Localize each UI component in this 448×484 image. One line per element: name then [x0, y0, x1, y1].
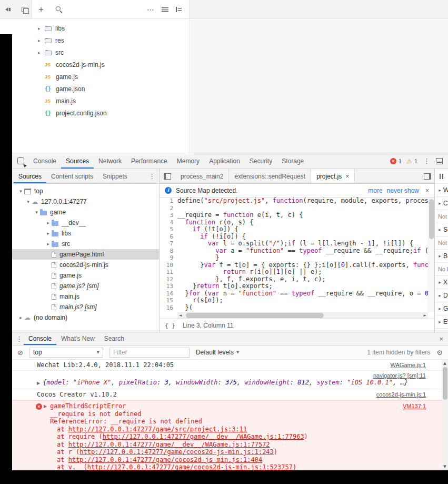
sources-tree-item-dev[interactable]: ▸__dev__	[12, 218, 159, 228]
more-options-icon[interactable]: ⋯	[147, 5, 154, 14]
error-badge-icon[interactable]: ×	[390, 158, 396, 164]
editor-vertical-scrollbar[interactable]	[428, 197, 434, 312]
sources-tree-item-top[interactable]: ▾top	[12, 186, 159, 196]
code-line-12[interactable]: 12 }, f, f.exports, e, i, t, c);	[160, 276, 434, 283]
editor-tab-extensions-sendrequest[interactable]: extensions::sendRequest	[229, 169, 311, 183]
project-file-res[interactable]: ▸res	[12, 34, 189, 46]
code-line-2[interactable]: 2	[160, 205, 434, 212]
toggle-navigator-icon[interactable]	[164, 173, 171, 180]
sources-tree-item-main-js-sm[interactable]: main.js? [sm]	[12, 302, 159, 312]
scroll-right-icon[interactable]: ►	[424, 313, 426, 318]
source-link[interactable]: cocos2d-js-min.js:1	[376, 391, 426, 398]
pause-button[interactable]	[435, 169, 448, 184]
stack-trace-link[interactable]: http://127.0.0.1:47277/game/cocos2d-js-m…	[87, 463, 293, 470]
toggle-debugger-icon[interactable]	[424, 173, 431, 180]
debugger-section-breakpoints[interactable]: ▸Breakpoints	[435, 250, 448, 263]
debugger-section-event-listener-breakpoints[interactable]: ▸Event Listener Breakpoints	[435, 315, 448, 329]
tab-storage[interactable]: Storage	[277, 153, 308, 169]
project-file-main-js[interactable]: JSmain.js	[12, 95, 189, 107]
file-list-icon[interactable]	[162, 7, 168, 12]
project-file-game-js[interactable]: JSgame.js	[12, 71, 189, 83]
project-file-game-json[interactable]: {}game.json	[12, 83, 189, 95]
drawer-menu-icon[interactable]: ⋮	[15, 335, 24, 343]
sidebar-tab-snippets[interactable]: Snippets	[98, 169, 132, 183]
warning-badge-icon[interactable]: ⚠	[406, 157, 412, 165]
scrollbar-thumb[interactable]	[429, 199, 434, 239]
sources-tree-item-game[interactable]: ▾game	[12, 207, 159, 218]
expand-arrow-icon[interactable]: ▸	[45, 220, 52, 225]
expand-arrow-icon[interactable]: ▶	[37, 381, 40, 386]
expand-arrow-icon[interactable]: ▸	[45, 241, 52, 246]
split-editor-icon[interactable]	[176, 7, 182, 12]
project-file-cocos2d-js-min-js[interactable]: JScocos2d-js-min.js	[12, 58, 189, 71]
scrollbar-thumb[interactable]	[186, 313, 324, 318]
tab-memory[interactable]: Memory	[172, 153, 204, 169]
sources-tree-item-main-js[interactable]: main.js	[12, 291, 159, 302]
expand-arrow-icon[interactable]: ▶	[44, 403, 47, 410]
code-line-6[interactable]: 6 if (!i[o]) {	[160, 233, 434, 241]
code-line-9[interactable]: 9 }	[160, 254, 434, 262]
code-line-11[interactable]: 11 return r(i[o][1][e] || e);	[160, 269, 434, 276]
scroll-down-icon[interactable]: ▼	[442, 463, 448, 470]
tab-sources[interactable]: Sources	[61, 153, 94, 169]
expand-arrow-icon[interactable]: ▸	[436, 319, 443, 324]
sidebar-menu-icon[interactable]: ⋮	[147, 172, 156, 180]
project-file-libs[interactable]: ▸libs	[12, 22, 189, 34]
infobar-more-link[interactable]: more	[368, 187, 382, 194]
debugger-section-call-stack[interactable]: ▸Call Stack	[435, 197, 448, 210]
code-line-1[interactable]: 1define("src/project.js", function(requi…	[160, 197, 434, 205]
source-link[interactable]: WAGame.js:1	[391, 361, 426, 369]
expand-arrow-icon[interactable]: ▾	[17, 189, 24, 194]
sources-tree-item-game-js[interactable]: game.js	[12, 270, 159, 281]
code-line-13[interactable]: 13 }return t[o].exports;	[160, 283, 434, 290]
sources-tree-item-libs[interactable]: ▸libs	[12, 228, 159, 239]
dock-side-icon[interactable]	[436, 158, 443, 164]
stack-trace-link[interactable]: http://127.0.0.1:47277/game/__dev__/WAGa…	[68, 441, 270, 448]
log-levels-dropdown[interactable]: Default levels ▼	[196, 349, 239, 356]
expand-arrow-icon[interactable]: ▸	[436, 227, 443, 232]
expand-arrow-icon[interactable]: ▸	[436, 293, 443, 298]
scroll-left-icon[interactable]: ◄	[179, 313, 182, 318]
sources-tree-item-cocos2d-js-min-js[interactable]: cocos2d-js-min.js	[12, 260, 159, 270]
tab-application[interactable]: Application	[204, 153, 245, 169]
drawer-tab-what-s-new[interactable]: What's New	[56, 332, 99, 345]
expand-arrow-icon[interactable]: ▸	[436, 306, 443, 311]
expand-arrow-icon[interactable]: ▸	[38, 38, 45, 43]
drawer-tab-console[interactable]: Console	[24, 332, 56, 345]
scroll-up-icon[interactable]: ▲	[442, 360, 448, 367]
code-viewport[interactable]: 1define("src/project.js", function(requi…	[160, 197, 434, 319]
tab-performance[interactable]: Performance	[126, 153, 172, 169]
infobar-close-icon[interactable]: ×	[425, 187, 429, 194]
code-line-15[interactable]: 15 r(s[o]);	[160, 297, 434, 304]
expand-arrow-icon[interactable]: ▸	[38, 26, 45, 31]
editor-tab-project-js[interactable]: project.js×	[311, 169, 355, 183]
debugger-section-scope[interactable]: ▸Scope	[435, 223, 448, 236]
project-file-project-config-json[interactable]: {}project.config.json	[12, 107, 189, 119]
devtools-menu-icon[interactable]: ⋮	[422, 157, 431, 165]
expand-arrow-icon[interactable]: ▸	[436, 253, 443, 259]
sidebar-tab-sources[interactable]: Sources	[14, 169, 46, 183]
source-link[interactable]: navigator.js? [sm]:11	[373, 372, 426, 379]
expand-arrow-icon[interactable]: ▸	[17, 315, 24, 320]
code-line-10[interactable]: 10 }var f = t[o] = { exports: {} };i[o][…	[160, 262, 434, 269]
console-log-area[interactable]: WAGame.js:1Wechat Lib:2.4.0, 2018.11.1 2…	[12, 360, 448, 470]
search-icon[interactable]	[55, 6, 63, 13]
debugger-section-xhr-fetch-breakpoints[interactable]: ▸XHR/fetch Breakpoints	[435, 276, 448, 289]
pretty-print-icon[interactable]: { }	[165, 322, 175, 329]
expand-arrow-icon[interactable]: ▸	[45, 231, 52, 236]
code-line-14[interactable]: 14 }for (var n = "function" == typeof __…	[160, 290, 434, 298]
editor-horizontal-scrollbar[interactable]: ◄ ►	[177, 312, 428, 319]
code-line-4[interactable]: 4 function r(o, s) {	[160, 219, 434, 226]
code-line-3[interactable]: 3__require = function e(i, t, c) {	[160, 212, 434, 219]
add-file-icon[interactable]: +	[38, 5, 44, 14]
scrollbar-thumb[interactable]	[443, 367, 447, 400]
code-line-7[interactable]: 7 var l = o.split("/");if (l = l[l.lengt…	[160, 240, 434, 248]
separate-window-icon[interactable]	[22, 7, 27, 12]
sources-tree-item-src[interactable]: ▸src	[12, 239, 159, 249]
project-file-src[interactable]: ▸src	[12, 46, 189, 58]
tab-console[interactable]: Console	[28, 153, 61, 169]
context-selector[interactable]: top ▼	[29, 348, 103, 358]
code-line-5[interactable]: 5 if (!t[o]) {	[160, 226, 434, 233]
expand-arrow-icon[interactable]: ▸	[38, 50, 45, 55]
inspect-element-icon[interactable]	[17, 157, 24, 164]
